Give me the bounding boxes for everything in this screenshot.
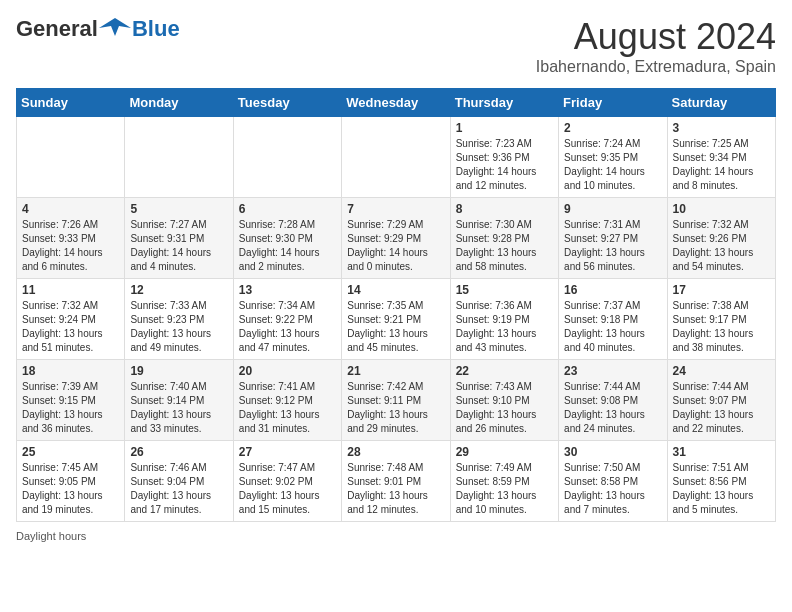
day-info: Sunrise: 7:31 AM Sunset: 9:27 PM Dayligh… xyxy=(564,218,661,274)
day-info: Sunrise: 7:39 AM Sunset: 9:15 PM Dayligh… xyxy=(22,380,119,436)
calendar-week-row: 25Sunrise: 7:45 AM Sunset: 9:05 PM Dayli… xyxy=(17,441,776,522)
day-number: 24 xyxy=(673,364,770,378)
daylight-hours-label: Daylight hours xyxy=(16,530,86,542)
page-header: General Blue August 2024 Ibahernando, Ex… xyxy=(16,16,776,76)
day-number: 29 xyxy=(456,445,553,459)
day-info: Sunrise: 7:47 AM Sunset: 9:02 PM Dayligh… xyxy=(239,461,336,517)
day-number: 16 xyxy=(564,283,661,297)
weekday-header-wednesday: Wednesday xyxy=(342,89,450,117)
title-block: August 2024 Ibahernando, Extremadura, Sp… xyxy=(536,16,776,76)
calendar-cell: 12Sunrise: 7:33 AM Sunset: 9:23 PM Dayli… xyxy=(125,279,233,360)
day-info: Sunrise: 7:24 AM Sunset: 9:35 PM Dayligh… xyxy=(564,137,661,193)
footer: Daylight hours xyxy=(16,530,776,542)
day-number: 8 xyxy=(456,202,553,216)
day-info: Sunrise: 7:42 AM Sunset: 9:11 PM Dayligh… xyxy=(347,380,444,436)
day-info: Sunrise: 7:44 AM Sunset: 9:07 PM Dayligh… xyxy=(673,380,770,436)
calendar-week-row: 4Sunrise: 7:26 AM Sunset: 9:33 PM Daylig… xyxy=(17,198,776,279)
day-number: 22 xyxy=(456,364,553,378)
day-info: Sunrise: 7:25 AM Sunset: 9:34 PM Dayligh… xyxy=(673,137,770,193)
calendar-cell: 27Sunrise: 7:47 AM Sunset: 9:02 PM Dayli… xyxy=(233,441,341,522)
day-number: 25 xyxy=(22,445,119,459)
weekday-header-monday: Monday xyxy=(125,89,233,117)
day-number: 23 xyxy=(564,364,661,378)
subtitle: Ibahernando, Extremadura, Spain xyxy=(536,58,776,76)
day-info: Sunrise: 7:34 AM Sunset: 9:22 PM Dayligh… xyxy=(239,299,336,355)
calendar-cell: 15Sunrise: 7:36 AM Sunset: 9:19 PM Dayli… xyxy=(450,279,558,360)
day-number: 12 xyxy=(130,283,227,297)
weekday-header-friday: Friday xyxy=(559,89,667,117)
day-number: 26 xyxy=(130,445,227,459)
day-number: 14 xyxy=(347,283,444,297)
weekday-header-tuesday: Tuesday xyxy=(233,89,341,117)
calendar-cell: 17Sunrise: 7:38 AM Sunset: 9:17 PM Dayli… xyxy=(667,279,775,360)
calendar-cell: 24Sunrise: 7:44 AM Sunset: 9:07 PM Dayli… xyxy=(667,360,775,441)
day-number: 17 xyxy=(673,283,770,297)
day-info: Sunrise: 7:29 AM Sunset: 9:29 PM Dayligh… xyxy=(347,218,444,274)
day-number: 9 xyxy=(564,202,661,216)
calendar-cell: 9Sunrise: 7:31 AM Sunset: 9:27 PM Daylig… xyxy=(559,198,667,279)
calendar-week-row: 18Sunrise: 7:39 AM Sunset: 9:15 PM Dayli… xyxy=(17,360,776,441)
day-info: Sunrise: 7:46 AM Sunset: 9:04 PM Dayligh… xyxy=(130,461,227,517)
day-number: 15 xyxy=(456,283,553,297)
day-number: 20 xyxy=(239,364,336,378)
day-number: 5 xyxy=(130,202,227,216)
calendar-cell: 31Sunrise: 7:51 AM Sunset: 8:56 PM Dayli… xyxy=(667,441,775,522)
day-info: Sunrise: 7:35 AM Sunset: 9:21 PM Dayligh… xyxy=(347,299,444,355)
day-number: 21 xyxy=(347,364,444,378)
calendar-cell: 1Sunrise: 7:23 AM Sunset: 9:36 PM Daylig… xyxy=(450,117,558,198)
day-number: 18 xyxy=(22,364,119,378)
main-title: August 2024 xyxy=(536,16,776,58)
day-number: 31 xyxy=(673,445,770,459)
calendar-table: SundayMondayTuesdayWednesdayThursdayFrid… xyxy=(16,88,776,522)
day-info: Sunrise: 7:32 AM Sunset: 9:26 PM Dayligh… xyxy=(673,218,770,274)
calendar-cell: 21Sunrise: 7:42 AM Sunset: 9:11 PM Dayli… xyxy=(342,360,450,441)
day-info: Sunrise: 7:41 AM Sunset: 9:12 PM Dayligh… xyxy=(239,380,336,436)
day-info: Sunrise: 7:43 AM Sunset: 9:10 PM Dayligh… xyxy=(456,380,553,436)
weekday-header-sunday: Sunday xyxy=(17,89,125,117)
logo-blue-text: Blue xyxy=(132,16,180,42)
day-number: 3 xyxy=(673,121,770,135)
day-number: 19 xyxy=(130,364,227,378)
day-info: Sunrise: 7:40 AM Sunset: 9:14 PM Dayligh… xyxy=(130,380,227,436)
day-info: Sunrise: 7:28 AM Sunset: 9:30 PM Dayligh… xyxy=(239,218,336,274)
weekday-header-row: SundayMondayTuesdayWednesdayThursdayFrid… xyxy=(17,89,776,117)
calendar-cell: 7Sunrise: 7:29 AM Sunset: 9:29 PM Daylig… xyxy=(342,198,450,279)
calendar-cell: 10Sunrise: 7:32 AM Sunset: 9:26 PM Dayli… xyxy=(667,198,775,279)
weekday-header-saturday: Saturday xyxy=(667,89,775,117)
calendar-cell: 23Sunrise: 7:44 AM Sunset: 9:08 PM Dayli… xyxy=(559,360,667,441)
calendar-cell: 25Sunrise: 7:45 AM Sunset: 9:05 PM Dayli… xyxy=(17,441,125,522)
calendar-cell: 26Sunrise: 7:46 AM Sunset: 9:04 PM Dayli… xyxy=(125,441,233,522)
calendar-cell: 6Sunrise: 7:28 AM Sunset: 9:30 PM Daylig… xyxy=(233,198,341,279)
calendar-cell: 28Sunrise: 7:48 AM Sunset: 9:01 PM Dayli… xyxy=(342,441,450,522)
calendar-cell xyxy=(342,117,450,198)
day-number: 27 xyxy=(239,445,336,459)
calendar-cell: 8Sunrise: 7:30 AM Sunset: 9:28 PM Daylig… xyxy=(450,198,558,279)
day-number: 1 xyxy=(456,121,553,135)
calendar-cell: 29Sunrise: 7:49 AM Sunset: 8:59 PM Dayli… xyxy=(450,441,558,522)
day-info: Sunrise: 7:33 AM Sunset: 9:23 PM Dayligh… xyxy=(130,299,227,355)
svg-marker-0 xyxy=(99,18,131,36)
day-info: Sunrise: 7:36 AM Sunset: 9:19 PM Dayligh… xyxy=(456,299,553,355)
calendar-week-row: 1Sunrise: 7:23 AM Sunset: 9:36 PM Daylig… xyxy=(17,117,776,198)
day-number: 4 xyxy=(22,202,119,216)
logo-bird-icon xyxy=(99,18,131,40)
weekday-header-thursday: Thursday xyxy=(450,89,558,117)
day-info: Sunrise: 7:37 AM Sunset: 9:18 PM Dayligh… xyxy=(564,299,661,355)
day-number: 11 xyxy=(22,283,119,297)
day-info: Sunrise: 7:49 AM Sunset: 8:59 PM Dayligh… xyxy=(456,461,553,517)
calendar-cell xyxy=(233,117,341,198)
calendar-cell: 30Sunrise: 7:50 AM Sunset: 8:58 PM Dayli… xyxy=(559,441,667,522)
calendar-cell: 22Sunrise: 7:43 AM Sunset: 9:10 PM Dayli… xyxy=(450,360,558,441)
day-info: Sunrise: 7:50 AM Sunset: 8:58 PM Dayligh… xyxy=(564,461,661,517)
day-info: Sunrise: 7:45 AM Sunset: 9:05 PM Dayligh… xyxy=(22,461,119,517)
day-info: Sunrise: 7:38 AM Sunset: 9:17 PM Dayligh… xyxy=(673,299,770,355)
calendar-cell: 3Sunrise: 7:25 AM Sunset: 9:34 PM Daylig… xyxy=(667,117,775,198)
calendar-cell: 13Sunrise: 7:34 AM Sunset: 9:22 PM Dayli… xyxy=(233,279,341,360)
logo-general-text: General xyxy=(16,16,98,42)
logo: General Blue xyxy=(16,16,180,42)
calendar-cell xyxy=(17,117,125,198)
day-info: Sunrise: 7:27 AM Sunset: 9:31 PM Dayligh… xyxy=(130,218,227,274)
day-info: Sunrise: 7:26 AM Sunset: 9:33 PM Dayligh… xyxy=(22,218,119,274)
calendar-cell: 5Sunrise: 7:27 AM Sunset: 9:31 PM Daylig… xyxy=(125,198,233,279)
day-number: 7 xyxy=(347,202,444,216)
